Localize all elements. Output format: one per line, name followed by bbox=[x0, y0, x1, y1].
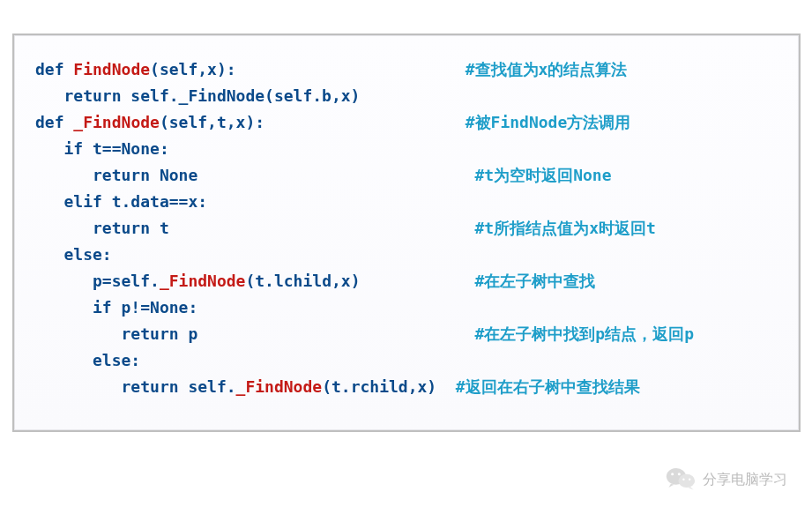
code-comment: #t所指结点值为x时返回t bbox=[475, 219, 656, 237]
code-text bbox=[436, 377, 456, 396]
watermark-text: 分享电脑学习 bbox=[703, 471, 787, 489]
code-line: def FindNode(self,x): #查找值为x的结点算法 bbox=[35, 56, 783, 83]
code-text: (t.rchild,x) bbox=[322, 377, 436, 396]
code-text bbox=[197, 166, 474, 184]
code-text: elif t.data==x: bbox=[35, 192, 207, 211]
code-text: return self. bbox=[35, 377, 236, 396]
code-comment: #在左子树中查找 bbox=[475, 272, 596, 290]
code-comment: #在左子树中找到p结点，返回p bbox=[475, 324, 695, 343]
code-text: return t bbox=[35, 219, 169, 237]
code-text: else: bbox=[35, 351, 140, 369]
code-text bbox=[236, 60, 466, 78]
code-keyword: def bbox=[35, 60, 73, 78]
code-funcname: _FindNode bbox=[236, 377, 323, 396]
code-comment: #被FindNode方法调用 bbox=[466, 113, 631, 131]
wechat-icon bbox=[666, 466, 696, 495]
code-comment: #返回在右子树中查找结果 bbox=[456, 377, 640, 396]
code-line: return p #在左子树中找到p结点，返回p bbox=[35, 321, 783, 347]
code-line: return self._FindNode(self.b,x) bbox=[35, 83, 783, 109]
code-text bbox=[197, 324, 474, 343]
code-funcname: _FindNode bbox=[73, 113, 160, 131]
code-line: return None #t为空时返回None bbox=[35, 162, 783, 189]
code-text bbox=[360, 272, 474, 290]
svg-point-3 bbox=[678, 473, 681, 475]
code-text: if t==None: bbox=[35, 139, 169, 158]
svg-point-2 bbox=[671, 473, 674, 475]
code-text: return p bbox=[35, 324, 197, 343]
code-line: p=self._FindNode(t.lchild,x) #在左子树中查找 bbox=[35, 268, 783, 294]
code-line: elif t.data==x: bbox=[35, 189, 783, 215]
code-text: if p!=None: bbox=[35, 298, 197, 317]
code-text bbox=[264, 113, 466, 131]
code-comment: #查找值为x的结点算法 bbox=[466, 60, 628, 78]
code-listing: def FindNode(self,x): #查找值为x的结点算法 return… bbox=[35, 56, 783, 400]
code-line: else: bbox=[35, 347, 783, 374]
watermark: 分享电脑学习 bbox=[666, 466, 787, 495]
code-funcname: FindNode bbox=[73, 60, 150, 78]
code-text: (self,t,x): bbox=[160, 113, 264, 131]
svg-point-4 bbox=[682, 479, 684, 480]
code-keyword: def bbox=[35, 113, 73, 131]
code-text: else: bbox=[35, 245, 112, 264]
svg-point-5 bbox=[689, 479, 690, 480]
code-line: return t #t所指结点值为x时返回t bbox=[35, 215, 783, 242]
code-line: return self._FindNode(t.rchild,x) #返回在右子… bbox=[35, 374, 783, 400]
code-line: if t==None: bbox=[35, 136, 783, 162]
code-line: else: bbox=[35, 242, 783, 268]
code-text: (t.lchild,x) bbox=[245, 272, 360, 290]
code-line: if p!=None: bbox=[35, 294, 783, 321]
code-container: def FindNode(self,x): #查找值为x的结点算法 return… bbox=[12, 34, 801, 432]
code-comment: #t为空时返回None bbox=[475, 166, 612, 184]
code-text: p=self. bbox=[35, 272, 160, 290]
code-text: return None bbox=[35, 166, 197, 184]
code-text bbox=[169, 219, 475, 237]
code-text: return self._FindNode(self.b,x) bbox=[35, 86, 360, 105]
svg-point-1 bbox=[678, 474, 695, 488]
code-text: (self,x): bbox=[150, 60, 236, 78]
code-funcname: _FindNode bbox=[160, 272, 246, 290]
code-line: def _FindNode(self,t,x): #被FindNode方法调用 bbox=[35, 109, 783, 136]
